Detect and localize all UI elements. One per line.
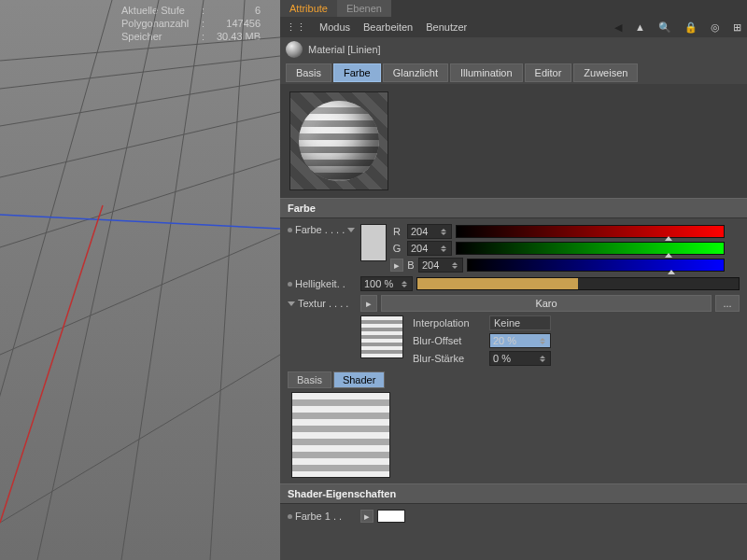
section-shader-header: Shader-Eigenschaften <box>280 483 747 504</box>
toolbar-grip-icon: ⋮⋮ <box>286 21 306 34</box>
mtab-editor[interactable]: Editor <box>525 63 572 82</box>
lock-icon[interactable]: 🔒 <box>684 21 698 34</box>
mtab-basis[interactable]: Basis <box>286 63 331 82</box>
textur-label: Textur . . . . <box>288 298 357 309</box>
blur-staerke-label: Blur-Stärke <box>413 353 486 364</box>
svg-line-8 <box>37 0 159 560</box>
slider-r[interactable] <box>456 225 725 238</box>
slider-helligkeit[interactable] <box>416 277 740 290</box>
tab-attribute[interactable]: Attribute <box>280 0 337 17</box>
mtab-zuweisen[interactable]: Zuweisen <box>573 63 638 82</box>
color-swatch[interactable] <box>360 224 387 261</box>
farbe1-swatch[interactable] <box>377 510 405 523</box>
interpolation-dropdown[interactable]: Keine <box>489 315 551 330</box>
section-farbe-body: Farbe . . . . R 204 G 204 ▸ B 204 <box>280 218 747 483</box>
row-farbe1: Farbe 1 . . ▸ <box>288 510 740 523</box>
menu-benutzer[interactable]: Benutzer <box>426 21 467 33</box>
textur-more-btn[interactable]: ... <box>715 295 740 312</box>
svg-line-10 <box>210 0 245 560</box>
label-b: B <box>407 259 415 271</box>
farbe1-arrow-btn[interactable]: ▸ <box>360 510 374 523</box>
stab-shader[interactable]: Shader <box>333 371 385 388</box>
input-b[interactable]: 204 <box>418 258 463 273</box>
slider-g[interactable] <box>456 242 725 255</box>
color-mode-btn[interactable]: ▸ <box>390 259 403 272</box>
helligkeit-label: Helligkeit. . <box>288 278 357 289</box>
slider-b[interactable] <box>467 259 725 272</box>
textur-arrow-btn[interactable]: ▸ <box>360 295 377 312</box>
input-helligkeit[interactable]: 100 % <box>360 276 413 291</box>
svg-line-1 <box>0 56 280 89</box>
panel-tab-row: Attribute Ebenen <box>280 0 747 17</box>
shader-subtabs: Basis Shader <box>288 371 740 388</box>
input-r[interactable]: 204 <box>407 224 452 239</box>
textur-shader-dropdown[interactable]: Karo <box>381 295 712 312</box>
material-title: Material [Linien] <box>308 44 381 55</box>
input-g[interactable]: 204 <box>407 241 452 256</box>
material-icon <box>286 41 303 58</box>
material-tabs: Basis Farbe Glanzlicht Illumination Edit… <box>280 62 747 84</box>
nav-up-icon[interactable]: ▲ <box>635 21 645 33</box>
blur-offset-label: Blur-Offset <box>413 335 486 346</box>
svg-line-9 <box>121 0 204 560</box>
row-farbe: Farbe . . . . R 204 G 204 ▸ B 204 <box>288 224 740 273</box>
nav-back-icon[interactable]: ◀ <box>614 21 622 34</box>
label-g: G <box>390 243 403 254</box>
section-farbe-header: Farbe <box>280 198 747 218</box>
texture-thumbnail[interactable] <box>360 315 403 358</box>
expand-textur-icon[interactable] <box>288 301 295 306</box>
svg-line-5 <box>0 233 280 355</box>
farbe1-label: Farbe 1 . . <box>288 511 357 522</box>
material-preview-area <box>280 84 747 198</box>
svg-line-6 <box>0 355 280 523</box>
input-blur-offset[interactable]: 20 % <box>489 333 551 348</box>
mtab-farbe[interactable]: Farbe <box>333 63 381 82</box>
section-shader-body: Farbe 1 . . ▸ <box>280 504 747 532</box>
material-title-row: Material [Linien] <box>280 37 747 62</box>
menu-modus[interactable]: Modus <box>319 21 350 33</box>
axis-x <box>0 205 103 523</box>
panel-toolbar: ⋮⋮ Modus Bearbeiten Benutzer ◀ ▲ 🔍 🔒 ◎ ⊞ <box>280 17 747 37</box>
row-helligkeit: Helligkeit. . 100 % <box>288 276 740 291</box>
expand-icon[interactable] <box>347 228 355 232</box>
target-icon[interactable]: ◎ <box>711 21 720 34</box>
viewport-grid <box>0 0 280 560</box>
viewport-3d[interactable]: Aktuelle Stufe : 6 Polygonanzahl : 14745… <box>0 0 280 560</box>
shader-preview[interactable] <box>291 392 390 478</box>
search-icon[interactable]: 🔍 <box>658 21 671 34</box>
row-textur-details: Interpolation Keine Blur-Offset 20 % Blu… <box>360 315 740 366</box>
tab-ebenen[interactable]: Ebenen <box>337 0 391 17</box>
menu-bearbeiten[interactable]: Bearbeiten <box>363 21 413 33</box>
svg-line-4 <box>0 159 280 247</box>
interpolation-label: Interpolation <box>413 317 486 329</box>
svg-line-0 <box>0 37 280 61</box>
mtab-glanzlicht[interactable]: Glanzlicht <box>383 63 448 82</box>
row-textur: Textur . . . . ▸ Karo ... <box>288 295 740 312</box>
stab-basis[interactable]: Basis <box>288 371 331 388</box>
new-icon[interactable]: ⊞ <box>733 21 741 34</box>
input-blur-staerke[interactable]: 0 % <box>489 351 551 366</box>
farbe-label: Farbe . . . . <box>288 224 357 235</box>
material-preview[interactable] <box>289 91 388 190</box>
label-r: R <box>390 226 403 237</box>
preview-sphere <box>299 101 379 181</box>
attribute-panel: Attribute Ebenen ⋮⋮ Modus Bearbeiten Ben… <box>280 0 747 560</box>
axis-z <box>0 215 280 229</box>
mtab-illumination[interactable]: Illumination <box>450 63 523 82</box>
svg-line-3 <box>0 112 280 177</box>
